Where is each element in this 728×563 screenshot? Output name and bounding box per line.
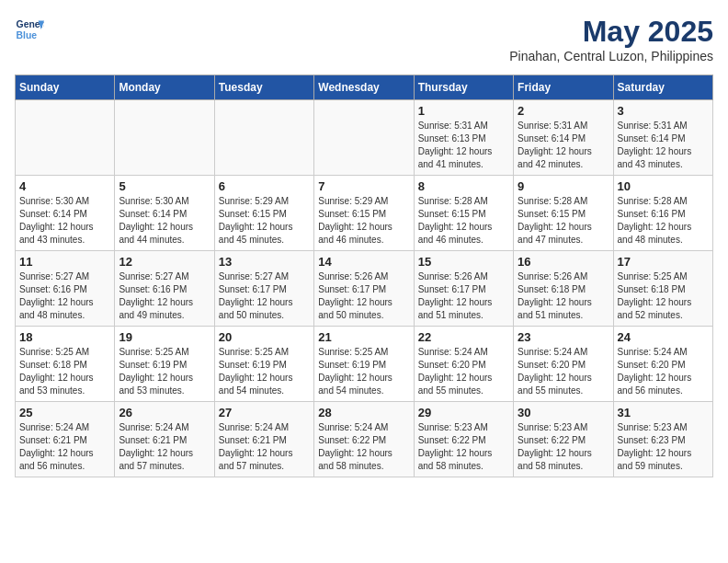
day-info: Sunrise: 5:24 AM Sunset: 6:21 PM Dayligh…: [119, 421, 210, 473]
calendar-cell: [115, 100, 214, 176]
calendar-cell: 4Sunrise: 5:30 AM Sunset: 6:14 PM Daylig…: [16, 176, 115, 251]
day-number: 4: [19, 179, 110, 193]
calendar-week-row: 18Sunrise: 5:25 AM Sunset: 6:18 PM Dayli…: [16, 327, 713, 402]
calendar-cell: 13Sunrise: 5:27 AM Sunset: 6:17 PM Dayli…: [214, 251, 313, 327]
day-number: 14: [318, 255, 409, 269]
calendar-cell: 30Sunrise: 5:23 AM Sunset: 6:22 PM Dayli…: [514, 402, 613, 477]
day-info: Sunrise: 5:27 AM Sunset: 6:16 PM Dayligh…: [19, 270, 110, 322]
page-subtitle: Pinahan, Central Luzon, Philippines: [509, 49, 713, 63]
calendar-cell: 5Sunrise: 5:30 AM Sunset: 6:14 PM Daylig…: [115, 176, 214, 251]
day-number: 28: [318, 406, 409, 419]
day-number: 21: [318, 330, 409, 344]
day-info: Sunrise: 5:25 AM Sunset: 6:18 PM Dayligh…: [618, 270, 709, 322]
day-info: Sunrise: 5:25 AM Sunset: 6:19 PM Dayligh…: [318, 346, 409, 397]
day-number: 2: [518, 104, 609, 118]
day-info: Sunrise: 5:26 AM Sunset: 6:18 PM Dayligh…: [518, 270, 609, 322]
weekday-header: Tuesday: [214, 75, 313, 100]
calendar-week-row: 11Sunrise: 5:27 AM Sunset: 6:16 PM Dayli…: [16, 251, 713, 327]
day-number: 3: [618, 104, 709, 118]
day-number: 29: [418, 406, 509, 419]
day-number: 19: [119, 330, 210, 344]
day-info: Sunrise: 5:29 AM Sunset: 6:15 PM Dayligh…: [219, 195, 310, 247]
logo: General Blue: [15, 15, 44, 44]
logo-icon: General Blue: [15, 15, 44, 44]
day-number: 30: [518, 406, 609, 419]
calendar-cell: 6Sunrise: 5:29 AM Sunset: 6:15 PM Daylig…: [214, 176, 313, 251]
weekday-header: Monday: [115, 75, 214, 100]
day-info: Sunrise: 5:24 AM Sunset: 6:21 PM Dayligh…: [19, 421, 110, 473]
day-info: Sunrise: 5:26 AM Sunset: 6:17 PM Dayligh…: [318, 270, 409, 322]
calendar-cell: [214, 100, 313, 176]
day-number: 26: [119, 406, 210, 419]
day-info: Sunrise: 5:24 AM Sunset: 6:21 PM Dayligh…: [219, 421, 310, 473]
day-info: Sunrise: 5:31 AM Sunset: 6:13 PM Dayligh…: [418, 120, 509, 171]
day-info: Sunrise: 5:24 AM Sunset: 6:20 PM Dayligh…: [418, 346, 509, 397]
day-info: Sunrise: 5:25 AM Sunset: 6:19 PM Dayligh…: [219, 346, 310, 397]
calendar-cell: 23Sunrise: 5:24 AM Sunset: 6:20 PM Dayli…: [514, 327, 613, 402]
calendar-header-row: SundayMondayTuesdayWednesdayThursdayFrid…: [16, 75, 713, 100]
day-number: 15: [418, 255, 509, 269]
calendar-cell: 18Sunrise: 5:25 AM Sunset: 6:18 PM Dayli…: [16, 327, 115, 402]
svg-text:Blue: Blue: [17, 30, 38, 40]
page-title: May 2025: [509, 15, 713, 49]
day-number: 31: [618, 406, 709, 419]
calendar-cell: [314, 100, 414, 176]
calendar-cell: 16Sunrise: 5:26 AM Sunset: 6:18 PM Dayli…: [514, 251, 613, 327]
calendar-week-row: 1Sunrise: 5:31 AM Sunset: 6:13 PM Daylig…: [16, 100, 713, 176]
day-info: Sunrise: 5:27 AM Sunset: 6:16 PM Dayligh…: [119, 270, 210, 322]
calendar-cell: 12Sunrise: 5:27 AM Sunset: 6:16 PM Dayli…: [115, 251, 214, 327]
calendar-cell: 19Sunrise: 5:25 AM Sunset: 6:19 PM Dayli…: [115, 327, 214, 402]
day-number: 9: [518, 179, 609, 193]
calendar-cell: 15Sunrise: 5:26 AM Sunset: 6:17 PM Dayli…: [414, 251, 513, 327]
day-info: Sunrise: 5:23 AM Sunset: 6:23 PM Dayligh…: [618, 421, 709, 473]
day-info: Sunrise: 5:30 AM Sunset: 6:14 PM Dayligh…: [19, 195, 110, 247]
day-number: 17: [618, 255, 709, 269]
day-info: Sunrise: 5:26 AM Sunset: 6:17 PM Dayligh…: [418, 270, 509, 322]
day-number: 10: [618, 179, 709, 193]
day-number: 1: [418, 104, 509, 118]
calendar-cell: 9Sunrise: 5:28 AM Sunset: 6:15 PM Daylig…: [514, 176, 613, 251]
day-info: Sunrise: 5:23 AM Sunset: 6:22 PM Dayligh…: [418, 421, 509, 473]
calendar-cell: 17Sunrise: 5:25 AM Sunset: 6:18 PM Dayli…: [613, 251, 712, 327]
day-number: 24: [618, 330, 709, 344]
calendar-cell: 8Sunrise: 5:28 AM Sunset: 6:15 PM Daylig…: [414, 176, 513, 251]
day-number: 13: [219, 255, 310, 269]
calendar-cell: 28Sunrise: 5:24 AM Sunset: 6:22 PM Dayli…: [314, 402, 414, 477]
day-number: 20: [219, 330, 310, 344]
day-info: Sunrise: 5:25 AM Sunset: 6:18 PM Dayligh…: [19, 346, 110, 397]
day-number: 16: [518, 255, 609, 269]
calendar-cell: 7Sunrise: 5:29 AM Sunset: 6:15 PM Daylig…: [314, 176, 414, 251]
calendar-cell: 14Sunrise: 5:26 AM Sunset: 6:17 PM Dayli…: [314, 251, 414, 327]
title-area: May 2025 Pinahan, Central Luzon, Philipp…: [509, 15, 713, 63]
day-info: Sunrise: 5:29 AM Sunset: 6:15 PM Dayligh…: [318, 195, 409, 247]
day-number: 5: [119, 179, 210, 193]
calendar-cell: 21Sunrise: 5:25 AM Sunset: 6:19 PM Dayli…: [314, 327, 414, 402]
day-number: 25: [19, 406, 110, 419]
day-info: Sunrise: 5:28 AM Sunset: 6:16 PM Dayligh…: [618, 195, 709, 247]
day-info: Sunrise: 5:30 AM Sunset: 6:14 PM Dayligh…: [119, 195, 210, 247]
day-info: Sunrise: 5:24 AM Sunset: 6:20 PM Dayligh…: [618, 346, 709, 397]
day-number: 27: [219, 406, 310, 419]
weekday-header: Sunday: [16, 75, 115, 100]
day-number: 8: [418, 179, 509, 193]
day-number: 18: [19, 330, 110, 344]
day-number: 12: [119, 255, 210, 269]
day-info: Sunrise: 5:25 AM Sunset: 6:19 PM Dayligh…: [119, 346, 210, 397]
day-info: Sunrise: 5:31 AM Sunset: 6:14 PM Dayligh…: [518, 120, 609, 171]
calendar-week-row: 25Sunrise: 5:24 AM Sunset: 6:21 PM Dayli…: [16, 402, 713, 477]
calendar-cell: 26Sunrise: 5:24 AM Sunset: 6:21 PM Dayli…: [115, 402, 214, 477]
day-info: Sunrise: 5:24 AM Sunset: 6:22 PM Dayligh…: [318, 421, 409, 473]
calendar-cell: 22Sunrise: 5:24 AM Sunset: 6:20 PM Dayli…: [414, 327, 513, 402]
calendar-table: SundayMondayTuesdayWednesdayThursdayFrid…: [15, 75, 713, 477]
calendar-cell: 1Sunrise: 5:31 AM Sunset: 6:13 PM Daylig…: [414, 100, 513, 176]
day-number: 11: [19, 255, 110, 269]
calendar-cell: 3Sunrise: 5:31 AM Sunset: 6:14 PM Daylig…: [613, 100, 712, 176]
day-info: Sunrise: 5:24 AM Sunset: 6:20 PM Dayligh…: [518, 346, 609, 397]
page-header: General Blue May 2025 Pinahan, Central L…: [15, 15, 713, 63]
calendar-cell: 31Sunrise: 5:23 AM Sunset: 6:23 PM Dayli…: [613, 402, 712, 477]
weekday-header: Saturday: [613, 75, 712, 100]
weekday-header: Thursday: [414, 75, 513, 100]
calendar-cell: 20Sunrise: 5:25 AM Sunset: 6:19 PM Dayli…: [214, 327, 313, 402]
day-number: 23: [518, 330, 609, 344]
day-info: Sunrise: 5:28 AM Sunset: 6:15 PM Dayligh…: [418, 195, 509, 247]
